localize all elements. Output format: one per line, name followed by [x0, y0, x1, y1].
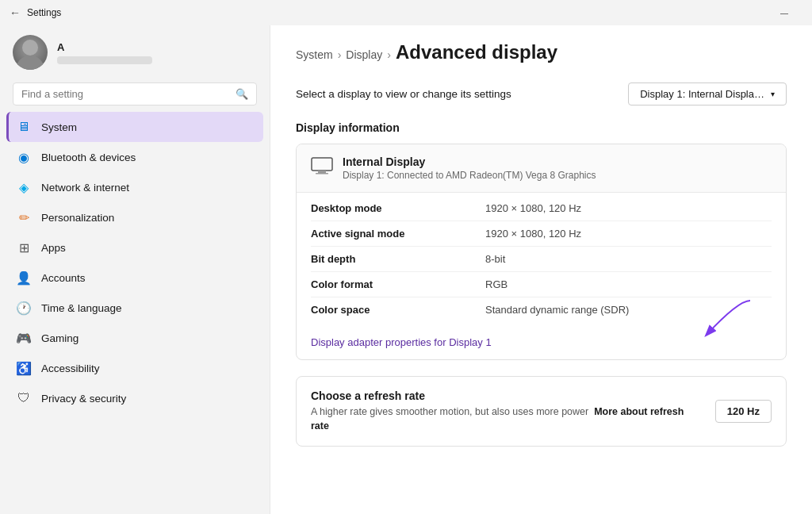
user-name-block: A	[57, 41, 152, 64]
breadcrumb-sep-1: ›	[338, 48, 342, 61]
spec-row: Bit depth 8-bit	[311, 247, 772, 272]
sidebar-item-network[interactable]: ◈ Network & internet	[6, 172, 263, 202]
spec-label: Bit depth	[311, 253, 485, 265]
sidebar-item-system[interactable]: 🖥 System	[6, 112, 263, 142]
spec-value: 8-bit	[485, 253, 505, 265]
refresh-desc: A higher rate gives smoother motion, but…	[311, 405, 703, 433]
spec-label: Active signal mode	[311, 228, 485, 240]
titlebar-controls: —	[766, 0, 802, 25]
svg-rect-2	[312, 158, 332, 171]
nav-icon-system: 🖥	[16, 119, 32, 135]
user-subtitle-placeholder	[57, 56, 152, 64]
display-selector-value: Display 1: Internal Displa…	[640, 88, 764, 100]
sidebar-item-personalization[interactable]: ✏ Personalization	[6, 202, 263, 232]
page-title: Advanced display	[396, 41, 557, 63]
svg-rect-4	[316, 173, 328, 175]
spec-value: 1920 × 1080, 120 Hz	[485, 228, 581, 240]
select-display-label: Select a display to view or change its s…	[296, 88, 511, 100]
back-button[interactable]: ←	[10, 6, 21, 19]
nav-label-personalization: Personalization	[41, 212, 114, 224]
spec-value: RGB	[485, 278, 508, 290]
nav-label-accounts: Accounts	[41, 272, 86, 284]
refresh-rate-card: Choose a refresh rate A higher rate give…	[296, 376, 787, 447]
spec-row: Color format RGB	[311, 272, 772, 297]
user-name: A	[57, 41, 152, 53]
display-sub: Display 1: Connected to AMD Radeon(TM) V…	[343, 170, 596, 181]
nav-label-bluetooth: Bluetooth & devices	[41, 152, 136, 163]
search-input[interactable]	[21, 88, 229, 100]
display-header: Internal Display Display 1: Connected to…	[297, 144, 786, 193]
monitor-icon	[311, 157, 333, 179]
sidebar-item-apps[interactable]: ⊞ Apps	[6, 232, 263, 263]
spec-label: Desktop mode	[311, 202, 485, 214]
nav-label-time: Time & language	[41, 302, 122, 314]
nav-icon-privacy: 🛡	[16, 390, 32, 406]
search-box[interactable]: 🔍	[13, 82, 257, 105]
sidebar: A 🔍 🖥 System ◉ Bluetooth & devices ◈ Net…	[0, 25, 270, 514]
display-selector-button[interactable]: Display 1: Internal Displa… ▾	[628, 82, 787, 105]
titlebar-left: ← Settings	[10, 6, 61, 19]
titlebar-title: Settings	[27, 7, 61, 18]
spec-row: Color space Standard dynamic range (SDR)	[311, 297, 772, 322]
app-body: A 🔍 🖥 System ◉ Bluetooth & devices ◈ Net…	[0, 25, 812, 514]
nav-icon-gaming: 🎮	[16, 330, 32, 346]
nav-icon-personalization: ✏	[16, 209, 32, 225]
nav-icon-accessibility: ♿	[16, 360, 32, 376]
chevron-down-icon: ▾	[771, 90, 775, 98]
refresh-left: Choose a refresh rate A higher rate give…	[311, 389, 703, 433]
spec-row: Active signal mode 1920 × 1080, 120 Hz	[311, 221, 772, 247]
titlebar: ← Settings —	[0, 0, 812, 25]
spec-value: Standard dynamic range (SDR)	[485, 304, 629, 316]
breadcrumb-system[interactable]: System	[296, 48, 333, 61]
nav-icon-accounts: 👤	[16, 270, 32, 286]
breadcrumb-display[interactable]: Display	[346, 48, 382, 61]
nav-icon-network: ◈	[16, 179, 32, 195]
sidebar-item-accounts[interactable]: 👤 Accounts	[6, 263, 263, 293]
nav-list: 🖥 System ◉ Bluetooth & devices ◈ Network…	[0, 112, 270, 413]
avatar-image	[13, 35, 48, 70]
nav-label-accessibility: Accessibility	[41, 362, 100, 374]
main-content: System › Display › Advanced display Sele…	[270, 25, 812, 514]
nav-label-apps: Apps	[41, 242, 66, 254]
nav-label-gaming: Gaming	[41, 332, 79, 344]
user-profile[interactable]: A	[0, 25, 270, 82]
adapter-link-container: Display adapter properties for Display 1	[297, 328, 786, 359]
search-icon: 🔍	[236, 88, 248, 100]
display-name-block: Internal Display Display 1: Connected to…	[343, 155, 596, 181]
svg-rect-3	[318, 171, 326, 173]
spec-label: Color space	[311, 304, 485, 316]
minimize-button[interactable]: —	[766, 0, 802, 25]
sidebar-item-accessibility[interactable]: ♿ Accessibility	[6, 353, 263, 383]
refresh-desc-text: A higher rate gives smoother motion, but…	[311, 406, 588, 417]
svg-point-1	[22, 40, 38, 56]
select-display-row: Select a display to view or change its s…	[296, 82, 787, 105]
refresh-rate-button[interactable]: 120 Hz	[715, 400, 772, 423]
nav-label-privacy: Privacy & security	[41, 393, 126, 405]
page-title-row: System › Display › Advanced display	[296, 41, 787, 63]
display-name: Internal Display	[343, 155, 596, 168]
avatar	[13, 35, 48, 70]
section-title-display-info: Display information	[296, 121, 787, 134]
refresh-title: Choose a refresh rate	[311, 389, 703, 402]
nav-icon-apps: ⊞	[16, 240, 32, 255]
sidebar-item-privacy[interactable]: 🛡 Privacy & security	[6, 383, 263, 413]
sidebar-item-time[interactable]: 🕐 Time & language	[6, 293, 263, 323]
adapter-link[interactable]: Display adapter properties for Display 1	[297, 328, 786, 359]
display-specs: Desktop mode 1920 × 1080, 120 Hz Active …	[297, 193, 786, 328]
nav-label-system: System	[41, 121, 77, 133]
spec-value: 1920 × 1080, 120 Hz	[485, 202, 581, 214]
spec-label: Color format	[311, 278, 485, 290]
nav-icon-time: 🕐	[16, 300, 32, 316]
sidebar-item-bluetooth[interactable]: ◉ Bluetooth & devices	[6, 142, 263, 172]
display-info-card: Internal Display Display 1: Connected to…	[296, 144, 787, 360]
nav-label-network: Network & internet	[41, 182, 129, 194]
sidebar-item-gaming[interactable]: 🎮 Gaming	[6, 323, 263, 353]
svg-point-0	[16, 56, 44, 70]
breadcrumb-sep-2: ›	[387, 48, 391, 61]
spec-row: Desktop mode 1920 × 1080, 120 Hz	[311, 196, 772, 221]
nav-icon-bluetooth: ◉	[16, 149, 32, 165]
